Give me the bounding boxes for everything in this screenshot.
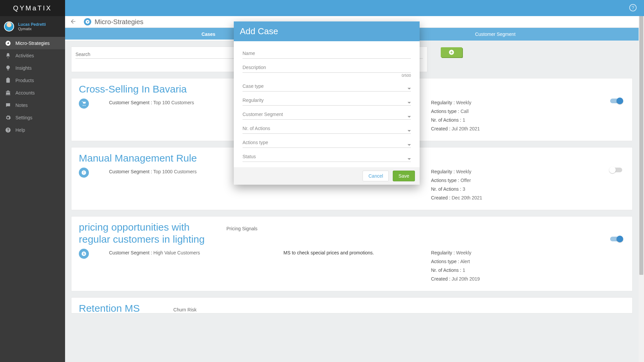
sidebar-item-label: Settings — [15, 115, 33, 120]
bell-icon — [5, 52, 11, 59]
field-description[interactable]: Description 0/500 — [243, 65, 411, 77]
case-description: MS to check special prices and promotion… — [283, 249, 431, 257]
sidebar-item-label: Micro-Strategies — [15, 41, 50, 46]
regularity-value: Weekly — [456, 100, 472, 105]
toggle-knob — [609, 167, 616, 173]
compass-icon — [84, 18, 91, 25]
compass-icon — [5, 40, 11, 47]
svg-rect-3 — [84, 173, 84, 174]
created-value: Jul 20th 2019 — [451, 276, 480, 282]
add-case-button[interactable] — [441, 47, 462, 57]
field-regularity[interactable]: Regularity — [243, 98, 411, 106]
save-button[interactable]: Save — [393, 171, 415, 181]
case-tag: Churn Risk — [173, 302, 321, 313]
field-label: Description — [243, 65, 411, 70]
cancel-button[interactable]: Cancel — [363, 171, 389, 181]
actions-type-value: Call — [461, 109, 469, 114]
sidebar-item-label: Notes — [15, 103, 28, 108]
segment-value: High Value Customers — [153, 250, 200, 255]
case-card: pricing opportunities with regular custo… — [71, 216, 633, 291]
actions-type-label: Actions type : — [431, 109, 459, 114]
field-case-type[interactable]: Case type — [243, 83, 411, 92]
status-toggle[interactable] — [610, 168, 622, 172]
char-counter: 0/500 — [243, 73, 411, 77]
sidebar-item-accounts[interactable]: Accounts — [0, 86, 65, 99]
case-title[interactable]: pricing opportunities with regular custo… — [79, 221, 213, 245]
nr-actions-label: Nr. of Actions : — [431, 267, 461, 273]
regularity-value: Weekly — [456, 169, 472, 174]
clipboard-icon — [5, 77, 11, 84]
brand-logo[interactable]: QYMaTIX — [0, 0, 65, 16]
sidebar-item-label: Insights — [15, 65, 32, 71]
sidebar-item-products[interactable]: Products — [0, 74, 65, 86]
chevron-down-icon — [408, 158, 411, 160]
scrollbar[interactable] — [639, 0, 644, 362]
sidebar-item-micro-strategies[interactable]: Micro-Strategies — [0, 37, 65, 49]
alert-icon — [79, 168, 89, 178]
created-label: Created : — [431, 195, 450, 200]
sidebar-item-label: Accounts — [15, 90, 35, 96]
field-label: Status — [243, 154, 411, 159]
nr-actions-label: Nr. of Actions : — [431, 117, 461, 123]
scrollbar-thumb[interactable] — [639, 0, 643, 275]
regularity-label: Regularity : — [431, 250, 455, 255]
nr-actions-label: Nr. of Actions : — [431, 186, 461, 192]
field-nr-actions[interactable]: Nr. of Actions — [243, 126, 411, 134]
segment-label: Customer Segment : — [109, 169, 152, 174]
chevron-down-icon — [408, 88, 411, 89]
bank-icon — [5, 89, 11, 96]
regularity-label: Regularity : — [431, 169, 455, 174]
sidebar-item-insights[interactable]: Insights — [0, 62, 65, 74]
regularity-value: Weekly — [456, 250, 472, 255]
sidebar-nav: Micro-Strategies Activities Insights Pro… — [0, 37, 65, 136]
sidebar-item-settings[interactable]: Settings — [0, 111, 65, 124]
toggle-knob — [616, 236, 623, 242]
created-label: Created : — [431, 126, 450, 131]
nr-actions-value: 1 — [463, 267, 465, 273]
created-value: Dec 20th 2021 — [451, 195, 482, 200]
svg-rect-2 — [84, 171, 84, 173]
status-toggle[interactable] — [610, 99, 622, 103]
segment-label: Customer Segment : — [109, 250, 152, 255]
segment-value: Top 1000 Customers — [153, 169, 197, 174]
chat-icon — [5, 102, 11, 109]
case-title[interactable]: Retention MS — [79, 302, 140, 313]
sidebar-item-label: Products — [15, 78, 34, 83]
field-actions-type[interactable]: Actions type — [243, 140, 411, 148]
field-status[interactable]: Status — [243, 154, 411, 162]
help-icon[interactable]: ? — [629, 4, 637, 11]
case-card: Retention MS Churn Risk — [71, 297, 633, 313]
field-label: Case type — [243, 83, 411, 89]
svg-text:$: $ — [83, 252, 85, 255]
page-title: Micro-Strategies — [95, 18, 144, 26]
created-value: Jul 20th 2021 — [451, 126, 480, 131]
user-block[interactable]: Lucas Pedretti Qymatix — [0, 16, 65, 37]
nr-actions-value: 3 — [463, 186, 465, 192]
add-case-modal: Add Case Name Description 0/500 Case typ… — [234, 21, 420, 185]
segment-label: Customer Segment : — [109, 100, 152, 105]
sidebar-item-label: Activities — [15, 53, 34, 58]
chevron-down-icon — [408, 130, 411, 132]
back-icon[interactable] — [70, 18, 77, 25]
bulb-icon — [5, 65, 11, 71]
field-customer-segment[interactable]: Customer Segment — [243, 112, 411, 120]
field-name[interactable]: Name — [243, 51, 411, 59]
cart-icon — [79, 99, 89, 109]
modal-title: Add Case — [234, 21, 420, 41]
question-icon — [5, 127, 11, 133]
created-label: Created : — [431, 276, 450, 282]
nr-actions-value: 1 — [463, 117, 465, 123]
status-toggle[interactable] — [610, 237, 622, 241]
sidebar-item-activities[interactable]: Activities — [0, 49, 65, 62]
actions-type-label: Actions type : — [431, 259, 459, 264]
user-name: Lucas Pedretti — [18, 22, 46, 27]
sidebar-item-help[interactable]: Help — [0, 124, 65, 136]
actions-type-label: Actions type : — [431, 178, 459, 183]
chevron-down-icon — [408, 116, 411, 118]
sidebar-item-label: Help — [15, 127, 25, 133]
field-label: Actions type — [243, 140, 411, 145]
plus-icon — [448, 49, 454, 55]
field-label: Customer Segment — [243, 112, 411, 117]
field-label: Nr. of Actions — [243, 126, 411, 131]
sidebar-item-notes[interactable]: Notes — [0, 99, 65, 111]
